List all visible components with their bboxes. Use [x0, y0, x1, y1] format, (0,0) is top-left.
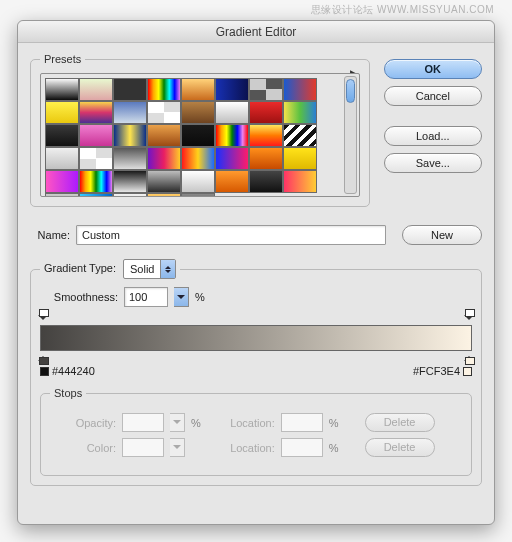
preset-swatch[interactable]	[79, 78, 113, 101]
preset-swatch[interactable]	[283, 101, 317, 124]
opacity-stop-left[interactable]	[38, 315, 48, 325]
preset-swatch[interactable]	[249, 78, 283, 101]
load-button[interactable]: Load...	[384, 126, 482, 146]
stops-legend: Stops	[50, 387, 86, 399]
opacity-unit: %	[191, 417, 201, 429]
watermark-text: 思缘设计论坛 WWW.MISSYUAN.COM	[311, 3, 494, 17]
preset-swatch[interactable]	[147, 78, 181, 101]
gradient-type-fieldset: Gradient Type: Solid Smoothness: %	[30, 259, 482, 486]
presets-scrollbar[interactable]	[344, 76, 357, 194]
smoothness-dropdown-icon[interactable]	[174, 287, 189, 307]
opacity-location-input	[281, 413, 323, 432]
preset-swatch[interactable]	[147, 170, 181, 193]
preset-swatch[interactable]	[45, 78, 79, 101]
preset-swatch[interactable]	[249, 101, 283, 124]
scrollbar-thumb[interactable]	[346, 79, 355, 103]
preset-swatch[interactable]	[215, 124, 249, 147]
preset-swatch[interactable]	[147, 101, 181, 124]
gradient-preview-bar[interactable]	[40, 325, 472, 351]
gradient-type-select[interactable]: Solid	[123, 259, 176, 279]
opacity-stop-right[interactable]	[464, 315, 474, 325]
preset-swatch[interactable]	[215, 147, 249, 170]
preset-swatch[interactable]	[79, 193, 113, 197]
preset-swatch[interactable]	[79, 147, 113, 170]
presets-legend: Presets	[40, 53, 85, 65]
smoothness-input[interactable]	[124, 287, 168, 307]
gradient-type-label: Gradient Type:	[44, 262, 116, 274]
opacity-input	[122, 413, 164, 432]
preset-swatch[interactable]	[45, 124, 79, 147]
preset-swatch[interactable]	[113, 193, 147, 197]
preset-swatch[interactable]	[283, 147, 317, 170]
preset-swatch[interactable]	[79, 124, 113, 147]
preset-swatch[interactable]	[113, 170, 147, 193]
stops-fieldset: Stops Opacity: % Location: % Delete Colo…	[40, 387, 472, 476]
preset-swatch[interactable]	[181, 147, 215, 170]
preset-swatch[interactable]	[249, 170, 283, 193]
preset-swatch[interactable]	[215, 101, 249, 124]
gradient-type-value: Solid	[124, 263, 160, 275]
swatch-icon	[40, 367, 49, 376]
preset-swatch[interactable]	[283, 124, 317, 147]
preset-swatch[interactable]	[113, 101, 147, 124]
window-content: ▶ Presets OK Cancel Load... Save... Name…	[18, 43, 494, 498]
location-label: Location:	[219, 417, 275, 429]
right-hex-label: #FCF3E4	[413, 365, 460, 377]
preset-swatch[interactable]	[45, 101, 79, 124]
delete-color-stop-button: Delete	[365, 438, 435, 457]
preset-swatch[interactable]	[181, 170, 215, 193]
presets-fieldset: Presets	[30, 53, 370, 207]
location-unit: %	[329, 417, 339, 429]
color-stop-rail[interactable]	[40, 351, 472, 361]
location2-unit: %	[329, 442, 339, 454]
preset-swatch[interactable]	[181, 193, 215, 197]
new-button[interactable]: New	[402, 225, 482, 245]
preset-swatch[interactable]	[113, 78, 147, 101]
window-title: Gradient Editor	[18, 21, 494, 43]
preset-swatch[interactable]	[147, 124, 181, 147]
smoothness-label: Smoothness:	[40, 291, 118, 303]
left-hex-label: #444240	[52, 365, 95, 377]
preset-swatch[interactable]	[181, 101, 215, 124]
gradient-editor-window: Gradient Editor ▶ Presets OK Cancel Load…	[17, 20, 495, 525]
delete-opacity-stop-button: Delete	[365, 413, 435, 432]
opacity-stop-rail[interactable]	[40, 315, 472, 325]
preset-swatch[interactable]	[249, 124, 283, 147]
preset-swatch[interactable]	[181, 78, 215, 101]
preset-swatch[interactable]	[45, 193, 79, 197]
preset-swatch[interactable]	[215, 170, 249, 193]
color-stop-right[interactable]	[464, 351, 474, 361]
smoothness-unit: %	[195, 291, 205, 303]
ok-button[interactable]: OK	[384, 59, 482, 79]
preset-swatch[interactable]	[283, 170, 317, 193]
preset-swatch[interactable]	[113, 124, 147, 147]
preset-swatch[interactable]	[113, 147, 147, 170]
preset-swatch[interactable]	[283, 78, 317, 101]
preset-swatch[interactable]	[45, 147, 79, 170]
preset-swatch[interactable]	[215, 78, 249, 101]
preset-swatch[interactable]	[147, 193, 181, 197]
swatch-icon	[463, 367, 472, 376]
preset-swatch[interactable]	[249, 147, 283, 170]
cancel-button[interactable]: Cancel	[384, 86, 482, 106]
dialog-buttons: OK Cancel Load... Save...	[384, 59, 482, 173]
color-location-input	[281, 438, 323, 457]
preset-swatch[interactable]	[45, 170, 79, 193]
color-input	[122, 438, 164, 457]
preset-swatch[interactable]	[79, 101, 113, 124]
name-input[interactable]	[76, 225, 386, 245]
preset-swatch[interactable]	[181, 124, 215, 147]
gradient-type-legend: Gradient Type: Solid	[40, 259, 180, 279]
preset-swatch[interactable]	[79, 170, 113, 193]
location2-label: Location:	[219, 442, 275, 454]
color-stop-left[interactable]	[38, 351, 48, 361]
opacity-label: Opacity:	[50, 417, 116, 429]
save-button[interactable]: Save...	[384, 153, 482, 173]
color-label: Color:	[50, 442, 116, 454]
preset-swatch[interactable]	[147, 147, 181, 170]
gradient-editor-strip	[40, 315, 472, 361]
updown-arrows-icon	[160, 260, 175, 278]
presets-grid[interactable]	[40, 73, 360, 197]
color-dropdown-icon	[170, 438, 185, 457]
name-label: Name:	[30, 229, 70, 241]
